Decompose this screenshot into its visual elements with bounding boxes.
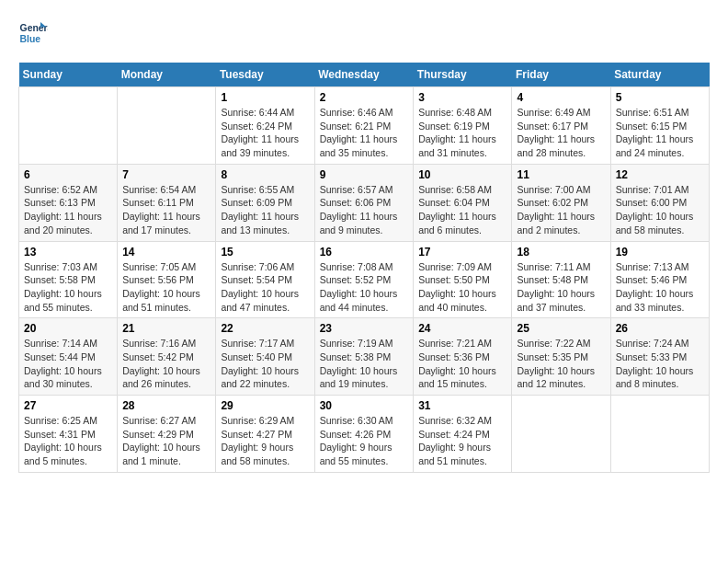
day-content: Sunrise: 7:24 AM Sunset: 5:33 PM Dayligh… xyxy=(616,337,704,391)
day-cell: 27Sunrise: 6:25 AM Sunset: 4:31 PM Dayli… xyxy=(19,396,118,473)
day-content: Sunrise: 7:05 AM Sunset: 5:56 PM Dayligh… xyxy=(122,260,210,315)
day-cell: 18Sunrise: 7:11 AM Sunset: 5:48 PM Dayli… xyxy=(512,241,610,318)
day-number: 27 xyxy=(24,399,112,412)
day-cell: 31Sunrise: 6:32 AM Sunset: 4:24 PM Dayli… xyxy=(414,396,512,473)
day-number: 4 xyxy=(517,91,605,104)
day-cell: 7Sunrise: 6:54 AM Sunset: 6:11 PM Daylig… xyxy=(118,164,216,241)
day-content: Sunrise: 7:11 AM Sunset: 5:48 PM Dayligh… xyxy=(517,260,605,315)
day-cell: 25Sunrise: 7:22 AM Sunset: 5:35 PM Dayli… xyxy=(512,318,610,396)
col-header-tuesday: Tuesday xyxy=(216,63,314,87)
day-number: 30 xyxy=(320,399,409,412)
col-header-monday: Monday xyxy=(118,63,216,87)
col-header-sunday: Sunday xyxy=(19,63,118,87)
day-cell: 2Sunrise: 6:46 AM Sunset: 6:21 PM Daylig… xyxy=(314,87,414,165)
day-cell: 28Sunrise: 6:27 AM Sunset: 4:29 PM Dayli… xyxy=(118,396,216,473)
logo: General Blue xyxy=(18,18,48,48)
day-number: 5 xyxy=(616,91,704,104)
day-cell: 24Sunrise: 7:21 AM Sunset: 5:36 PM Dayli… xyxy=(414,318,512,396)
day-content: Sunrise: 6:55 AM Sunset: 6:09 PM Dayligh… xyxy=(221,183,309,237)
logo-icon: General Blue xyxy=(18,18,48,48)
day-number: 1 xyxy=(221,91,309,104)
day-cell: 3Sunrise: 6:48 AM Sunset: 6:19 PM Daylig… xyxy=(414,87,512,165)
day-cell: 22Sunrise: 7:17 AM Sunset: 5:40 PM Dayli… xyxy=(216,318,314,396)
day-number: 3 xyxy=(418,91,506,104)
day-number: 28 xyxy=(122,399,210,412)
day-number: 17 xyxy=(418,246,506,259)
day-content: Sunrise: 6:54 AM Sunset: 6:11 PM Dayligh… xyxy=(122,183,210,237)
day-cell: 23Sunrise: 7:19 AM Sunset: 5:38 PM Dayli… xyxy=(314,318,414,396)
header-row: SundayMondayTuesdayWednesdayThursdayFrid… xyxy=(19,63,710,87)
week-row-3: 13Sunrise: 7:03 AM Sunset: 5:58 PM Dayli… xyxy=(19,241,710,318)
day-content: Sunrise: 6:48 AM Sunset: 6:19 PM Dayligh… xyxy=(418,106,506,160)
day-content: Sunrise: 6:44 AM Sunset: 6:24 PM Dayligh… xyxy=(221,106,309,160)
day-cell xyxy=(118,87,216,165)
day-number: 13 xyxy=(24,246,112,259)
day-cell: 21Sunrise: 7:16 AM Sunset: 5:42 PM Dayli… xyxy=(118,318,216,396)
day-content: Sunrise: 7:21 AM Sunset: 5:36 PM Dayligh… xyxy=(418,337,506,391)
day-number: 11 xyxy=(517,168,605,181)
day-cell: 13Sunrise: 7:03 AM Sunset: 5:58 PM Dayli… xyxy=(19,241,118,318)
day-cell: 6Sunrise: 6:52 AM Sunset: 6:13 PM Daylig… xyxy=(19,164,118,241)
day-cell: 8Sunrise: 6:55 AM Sunset: 6:09 PM Daylig… xyxy=(216,164,314,241)
day-cell: 11Sunrise: 7:00 AM Sunset: 6:02 PM Dayli… xyxy=(512,164,610,241)
day-number: 9 xyxy=(320,168,409,181)
day-number: 14 xyxy=(122,246,210,259)
calendar-table: SundayMondayTuesdayWednesdayThursdayFrid… xyxy=(18,63,710,473)
day-content: Sunrise: 7:16 AM Sunset: 5:42 PM Dayligh… xyxy=(122,337,210,391)
day-cell xyxy=(19,87,118,165)
day-number: 15 xyxy=(221,246,309,259)
week-row-4: 20Sunrise: 7:14 AM Sunset: 5:44 PM Dayli… xyxy=(19,318,710,396)
day-content: Sunrise: 6:57 AM Sunset: 6:06 PM Dayligh… xyxy=(320,183,409,237)
day-content: Sunrise: 6:29 AM Sunset: 4:27 PM Dayligh… xyxy=(221,414,309,468)
day-content: Sunrise: 6:58 AM Sunset: 6:04 PM Dayligh… xyxy=(418,183,506,237)
day-content: Sunrise: 7:08 AM Sunset: 5:52 PM Dayligh… xyxy=(320,260,409,315)
day-cell: 26Sunrise: 7:24 AM Sunset: 5:33 PM Dayli… xyxy=(610,318,709,396)
day-number: 29 xyxy=(221,399,309,412)
day-number: 8 xyxy=(221,168,309,181)
col-header-thursday: Thursday xyxy=(414,63,512,87)
col-header-friday: Friday xyxy=(512,63,610,87)
day-content: Sunrise: 7:22 AM Sunset: 5:35 PM Dayligh… xyxy=(517,337,605,391)
day-content: Sunrise: 7:01 AM Sunset: 6:00 PM Dayligh… xyxy=(616,183,704,237)
day-number: 23 xyxy=(320,322,409,335)
day-content: Sunrise: 7:09 AM Sunset: 5:50 PM Dayligh… xyxy=(418,260,506,315)
day-content: Sunrise: 7:03 AM Sunset: 5:58 PM Dayligh… xyxy=(24,260,112,315)
day-content: Sunrise: 6:32 AM Sunset: 4:24 PM Dayligh… xyxy=(418,414,506,468)
day-content: Sunrise: 6:46 AM Sunset: 6:21 PM Dayligh… xyxy=(320,106,409,160)
day-number: 12 xyxy=(616,168,704,181)
day-cell: 12Sunrise: 7:01 AM Sunset: 6:00 PM Dayli… xyxy=(610,164,709,241)
page-header: General Blue xyxy=(18,18,710,48)
day-cell: 1Sunrise: 6:44 AM Sunset: 6:24 PM Daylig… xyxy=(216,87,314,165)
week-row-2: 6Sunrise: 6:52 AM Sunset: 6:13 PM Daylig… xyxy=(19,164,710,241)
day-number: 20 xyxy=(24,322,112,335)
svg-text:Blue: Blue xyxy=(20,34,41,44)
day-cell: 20Sunrise: 7:14 AM Sunset: 5:44 PM Dayli… xyxy=(19,318,118,396)
day-cell: 15Sunrise: 7:06 AM Sunset: 5:54 PM Dayli… xyxy=(216,241,314,318)
day-cell: 9Sunrise: 6:57 AM Sunset: 6:06 PM Daylig… xyxy=(314,164,414,241)
day-content: Sunrise: 6:25 AM Sunset: 4:31 PM Dayligh… xyxy=(24,414,112,468)
day-content: Sunrise: 7:00 AM Sunset: 6:02 PM Dayligh… xyxy=(517,183,605,237)
day-number: 2 xyxy=(320,91,409,104)
day-number: 10 xyxy=(418,168,506,181)
day-cell: 17Sunrise: 7:09 AM Sunset: 5:50 PM Dayli… xyxy=(414,241,512,318)
day-content: Sunrise: 6:52 AM Sunset: 6:13 PM Dayligh… xyxy=(24,183,112,237)
day-cell: 5Sunrise: 6:51 AM Sunset: 6:15 PM Daylig… xyxy=(610,87,709,165)
col-header-wednesday: Wednesday xyxy=(314,63,414,87)
day-content: Sunrise: 6:49 AM Sunset: 6:17 PM Dayligh… xyxy=(517,106,605,160)
day-number: 24 xyxy=(418,322,506,335)
day-number: 7 xyxy=(122,168,210,181)
day-number: 6 xyxy=(24,168,112,181)
week-row-1: 1Sunrise: 6:44 AM Sunset: 6:24 PM Daylig… xyxy=(19,87,710,165)
day-cell xyxy=(610,396,709,473)
day-number: 21 xyxy=(122,322,210,335)
day-content: Sunrise: 7:06 AM Sunset: 5:54 PM Dayligh… xyxy=(221,260,309,315)
day-number: 26 xyxy=(616,322,704,335)
day-number: 25 xyxy=(517,322,605,335)
day-number: 19 xyxy=(616,246,704,259)
day-cell: 10Sunrise: 6:58 AM Sunset: 6:04 PM Dayli… xyxy=(414,164,512,241)
day-cell: 4Sunrise: 6:49 AM Sunset: 6:17 PM Daylig… xyxy=(512,87,610,165)
day-cell: 29Sunrise: 6:29 AM Sunset: 4:27 PM Dayli… xyxy=(216,396,314,473)
day-cell: 30Sunrise: 6:30 AM Sunset: 4:26 PM Dayli… xyxy=(314,396,414,473)
day-cell: 16Sunrise: 7:08 AM Sunset: 5:52 PM Dayli… xyxy=(314,241,414,318)
day-content: Sunrise: 6:51 AM Sunset: 6:15 PM Dayligh… xyxy=(616,106,704,160)
